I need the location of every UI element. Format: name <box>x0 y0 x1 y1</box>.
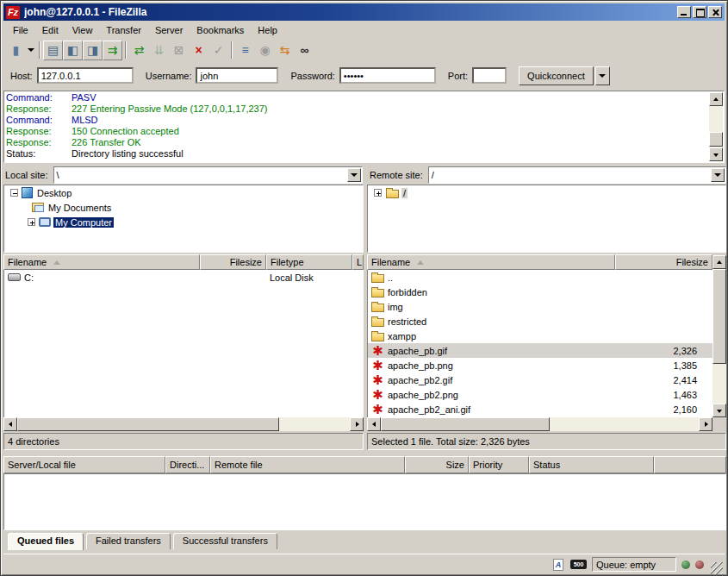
file-row[interactable]: forbidden <box>368 285 712 299</box>
combo-dropdown-icon[interactable] <box>347 168 361 182</box>
expand-icon[interactable] <box>28 218 35 226</box>
folder-icon <box>386 190 399 198</box>
close-button[interactable] <box>708 6 722 18</box>
remote-list-header: Filename Filesize <box>367 254 712 270</box>
scroll-up-icon[interactable] <box>709 92 723 106</box>
local-site-combo[interactable]: \ <box>53 166 363 184</box>
column-filename[interactable]: Filename <box>3 254 200 270</box>
remote-site-combo[interactable]: / <box>428 166 726 184</box>
host-input[interactable] <box>37 67 134 84</box>
toggle-local-tree-icon[interactable]: ◧ <box>63 41 83 60</box>
find-files-icon[interactable]: ∞ <box>295 41 314 60</box>
site-manager-icon[interactable]: ▮ <box>6 41 26 60</box>
scrollbar-thumb[interactable] <box>709 132 723 147</box>
file-row[interactable]: xampp <box>368 329 712 343</box>
menu-server[interactable]: Server <box>148 22 190 38</box>
file-row[interactable]: img <box>368 299 712 314</box>
scroll-right-icon[interactable] <box>350 417 364 431</box>
filezilla-window: Fz john@127.0.0.1 - FileZilla File Edit … <box>0 0 728 576</box>
message-log[interactable]: Command:PASV Response:227 Entering Passi… <box>3 91 725 163</box>
column-priority[interactable]: Priority <box>469 456 529 473</box>
tab-queued-files[interactable]: Queued files <box>8 533 84 550</box>
file-row[interactable]: .. <box>368 270 712 285</box>
username-input[interactable] <box>196 67 278 84</box>
queue-list[interactable] <box>3 473 726 530</box>
filter-icon[interactable]: ≡ <box>235 41 255 60</box>
column-last-modified[interactable]: L <box>352 254 364 270</box>
scroll-down-icon[interactable] <box>712 404 726 417</box>
tree-item-my-computer[interactable]: My Computer <box>4 215 363 229</box>
log-scrollbar[interactable] <box>709 92 723 161</box>
file-row[interactable]: ✱ apache_pb2_ani.gif 2,160 <box>368 402 712 416</box>
remote-list-vscrollbar[interactable] <box>712 255 726 417</box>
transfer-type-icon[interactable]: A <box>553 559 563 571</box>
menu-transfer[interactable]: Transfer <box>99 22 148 38</box>
image-file-icon: ✱ <box>371 373 384 386</box>
desktop-icon <box>22 187 33 198</box>
process-queue-icon[interactable]: ⇊ <box>149 41 169 60</box>
column-status[interactable]: Status <box>529 456 654 473</box>
tab-successful-transfers[interactable]: Successful transfers <box>173 533 277 549</box>
menu-help[interactable]: Help <box>251 22 284 38</box>
column-filetype[interactable]: Filetype <box>266 254 352 270</box>
scroll-left-icon[interactable] <box>367 417 381 431</box>
scroll-left-icon[interactable] <box>3 417 17 431</box>
column-size[interactable]: Size <box>405 456 469 473</box>
cancel-operation-icon[interactable]: ⊠ <box>169 41 189 60</box>
scroll-right-icon[interactable] <box>699 417 712 431</box>
scroll-down-icon[interactable] <box>709 147 723 161</box>
file-row[interactable]: ✱ apache_pb2.gif 2,414 <box>368 373 712 387</box>
scrollbar-thumb[interactable] <box>381 417 550 431</box>
disconnect-icon[interactable]: × <box>189 41 208 60</box>
column-filename[interactable]: Filename <box>367 254 615 270</box>
toggle-remote-tree-icon[interactable]: ◨ <box>83 41 103 60</box>
remote-status-text: Selected 1 file. Total size: 2,326 bytes <box>371 436 530 447</box>
folder-icon <box>371 333 384 341</box>
column-direction[interactable]: Directi... <box>165 456 210 473</box>
password-input[interactable] <box>339 67 436 84</box>
speed-limit-icon[interactable]: 500 <box>570 560 587 569</box>
file-row-c-drive[interactable]: C: Local Disk <box>4 270 364 285</box>
refresh-icon[interactable]: ⇄ <box>129 41 149 60</box>
menu-file[interactable]: File <box>6 22 35 38</box>
resize-grip[interactable] <box>711 562 723 574</box>
tab-failed-transfers[interactable]: Failed transfers <box>86 533 171 549</box>
folder-icon <box>371 289 384 297</box>
scroll-up-icon[interactable] <box>712 255 726 269</box>
toggle-message-log-icon[interactable]: ▤ <box>43 41 63 60</box>
verify-icon[interactable]: ✓ <box>208 41 228 60</box>
port-input[interactable] <box>472 67 507 84</box>
minimize-button[interactable] <box>677 6 691 18</box>
expand-icon[interactable] <box>374 189 382 197</box>
file-row[interactable]: restricted <box>368 314 712 329</box>
collapse-icon[interactable] <box>10 189 18 197</box>
maximize-button[interactable] <box>693 6 706 18</box>
scrollbar-thumb[interactable] <box>17 417 279 431</box>
scrollbar-thumb[interactable] <box>712 269 726 364</box>
column-server-local-file[interactable]: Server/Local file <box>3 456 165 473</box>
title-bar[interactable]: Fz john@127.0.0.1 - FileZilla <box>3 3 725 21</box>
tree-item-root[interactable]: / <box>368 185 725 200</box>
combo-dropdown-icon[interactable] <box>711 168 725 182</box>
local-list-hscrollbar[interactable] <box>3 417 364 431</box>
file-row[interactable]: ✱ apache_pb.png 1,385 <box>368 358 712 373</box>
menu-edit[interactable]: Edit <box>35 22 65 38</box>
remote-list-hscrollbar[interactable] <box>367 417 712 431</box>
menu-bar: File Edit View Transfer Server Bookmarks… <box>3 22 725 39</box>
image-file-icon: ✱ <box>371 359 384 372</box>
tree-item-desktop[interactable]: Desktop <box>4 185 363 200</box>
column-filesize[interactable]: Filesize <box>615 254 712 270</box>
synchronized-browsing-icon[interactable]: ⇆ <box>275 41 295 60</box>
toggle-transfer-queue-icon[interactable]: ⇉ <box>103 41 122 60</box>
file-row[interactable]: ✱ apache_pb2.png 1,463 <box>368 387 712 402</box>
tree-item-my-documents[interactable]: My Documents <box>4 200 363 215</box>
directory-comparison-icon[interactable]: ◉ <box>255 41 275 60</box>
column-filesize[interactable]: Filesize <box>200 254 266 270</box>
file-row-selected[interactable]: ✱ apache_pb.gif 2,326 <box>368 343 712 358</box>
menu-view[interactable]: View <box>65 22 100 38</box>
quickconnect-dropdown-icon[interactable] <box>595 66 610 85</box>
menu-bookmarks[interactable]: Bookmarks <box>190 22 251 38</box>
site-manager-dropdown-icon[interactable] <box>26 41 36 60</box>
column-remote-file[interactable]: Remote file <box>210 456 405 473</box>
quickconnect-button[interactable]: Quickconnect <box>519 66 594 85</box>
